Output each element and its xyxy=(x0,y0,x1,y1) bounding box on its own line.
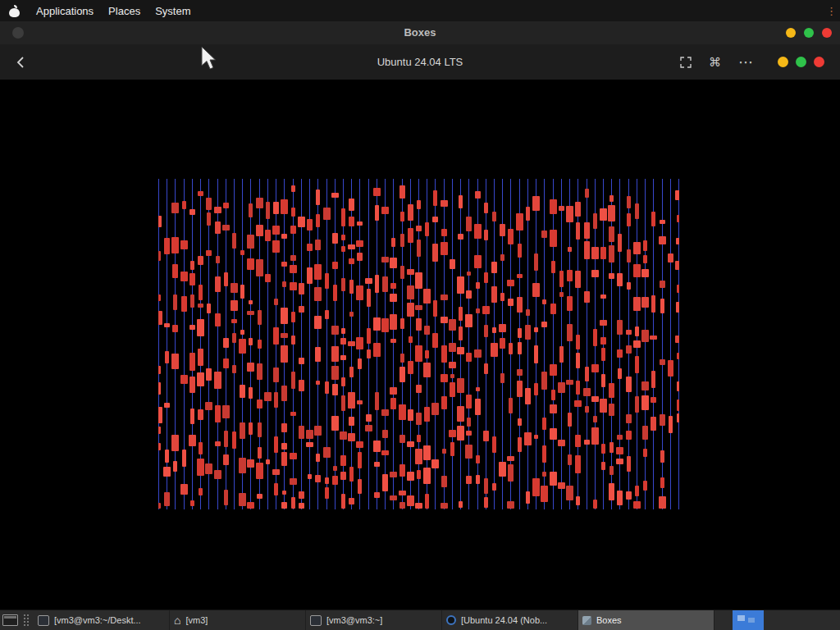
home-icon: ⌂ xyxy=(174,614,180,626)
vm-display[interactable] xyxy=(0,80,840,610)
show-desktop-icon[interactable] xyxy=(2,614,18,626)
taskbar-item[interactable]: ⌂[vm3] xyxy=(170,610,306,630)
vm-screen-pattern xyxy=(158,179,679,509)
status-indicator-icon[interactable]: ⋮ xyxy=(826,5,836,17)
keyboard-shortcuts-button[interactable]: ⌘ xyxy=(709,56,721,68)
taskbar-item-label: [vm3@vm3:~/Deskt... xyxy=(54,615,141,625)
fullscreen-button[interactable] xyxy=(680,57,692,68)
tasklist-handle[interactable] xyxy=(24,614,29,626)
vm-maximize-button[interactable] xyxy=(796,57,806,67)
boxes-icon xyxy=(582,616,591,625)
terminal-icon xyxy=(38,615,49,626)
desktop: Applications Places System ⋮ Boxes Ubunt… xyxy=(0,0,840,630)
taskbar-item[interactable]: Boxes xyxy=(578,610,714,630)
vm-minimize-button[interactable] xyxy=(778,57,788,67)
close-button[interactable] xyxy=(822,28,832,38)
cursor-arrow-icon xyxy=(201,46,217,71)
taskbar-item[interactable]: [vm3@vm3:~/Deskt... xyxy=(34,610,170,630)
taskbar-items: [vm3@vm3:~/Deskt...⌂[vm3][vm3@vm3:~][Ubu… xyxy=(34,610,714,630)
menu-applications[interactable]: Applications xyxy=(29,0,101,21)
vm-viewer-icon xyxy=(446,615,456,625)
taskbar-item-label: [vm3@vm3:~] xyxy=(326,615,382,625)
taskbar: [vm3@vm3:~/Deskt...⌂[vm3][vm3@vm3:~][Ubu… xyxy=(0,609,840,630)
top-menubar: Applications Places System ⋮ xyxy=(0,0,840,21)
taskbar-item-label: Boxes xyxy=(596,615,622,625)
mouse-cursor xyxy=(201,46,217,71)
menu-places[interactable]: Places xyxy=(101,0,148,21)
taskbar-item-label: [Ubuntu 24.04 (Nob... xyxy=(461,615,547,625)
taskbar-item[interactable]: [Ubuntu 24.04 (Nob... xyxy=(442,610,578,630)
minimize-button[interactable] xyxy=(786,28,796,38)
window-title: Boxes xyxy=(0,21,840,44)
fullscreen-icon xyxy=(680,57,692,68)
vm-window-controls xyxy=(778,57,824,67)
taskbar-left xyxy=(0,610,34,630)
vm-close-button[interactable] xyxy=(814,57,824,67)
window-controls xyxy=(786,28,832,38)
headerbar-actions: ⌘ ⋯ xyxy=(680,44,753,80)
vm-headerbar: Ubuntu 24.04 LTS ⌘ ⋯ xyxy=(0,44,840,80)
terminal-icon xyxy=(310,615,322,626)
maximize-button[interactable] xyxy=(804,28,814,38)
menu-button[interactable]: ⋯ xyxy=(738,55,753,70)
taskbar-empty xyxy=(764,610,840,630)
menu-system[interactable]: System xyxy=(148,0,198,21)
apple-menu-icon[interactable] xyxy=(9,5,20,17)
workspace-switcher[interactable] xyxy=(733,610,764,630)
boxes-titlebar: Boxes xyxy=(0,21,840,44)
taskbar-item-label: [vm3] xyxy=(185,615,208,625)
taskbar-item[interactable]: [vm3@vm3:~] xyxy=(306,610,442,630)
